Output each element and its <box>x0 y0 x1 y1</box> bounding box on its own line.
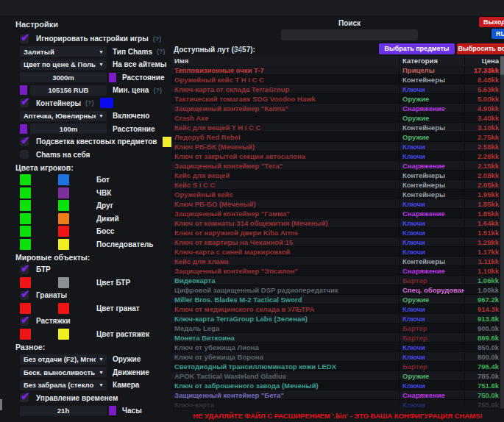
table-row[interactable]: Защищенный контейнер "Эпсилон"Снаряжение… <box>171 266 504 276</box>
color-swatch-primary[interactable] <box>20 187 31 199</box>
table-row[interactable]: Кейс для вещей T H I C CКонтейнеры3.10kk <box>171 123 504 132</box>
search-input[interactable] <box>281 29 418 40</box>
table-row[interactable]: Светодиодный трансиллюминатор кожи LEDXБ… <box>171 362 504 371</box>
table-row[interactable]: Ключ-карта TerraGroup Labs (Зеленая)Ключ… <box>171 314 504 323</box>
config-warning-text: НЕ УДАЛЯЙТЕ ФАЙЛ С РАСШИРЕНИЕМ '.bin' - … <box>193 412 482 420</box>
distance-input[interactable]: 3000m <box>20 72 107 82</box>
tripwires-color-swatch-primary[interactable] <box>20 329 31 340</box>
tripwires-checkbox[interactable] <box>20 317 29 326</box>
item-name: Ключ-карта TerraGroup Labs (Зеленая) <box>171 315 399 323</box>
item-category: Спец. оборудование <box>399 286 464 294</box>
table-row[interactable]: Кейс S I C CКонтейнеры2.05kk <box>171 180 504 190</box>
ignore-game-settings-row: Игнорировать настройки игры (?) <box>20 32 171 46</box>
table-row[interactable]: Crash AxeОружие3.40kk <box>171 113 504 123</box>
self-chams-checkbox[interactable] <box>20 150 29 159</box>
table-row[interactable]: Ключ от заброшенного завода (Меченый)Клю… <box>171 381 504 390</box>
table-row[interactable]: Защищенный контейнер "Гамма"Снаряжение1.… <box>171 209 504 218</box>
item-category: Ключи <box>399 305 464 313</box>
item-name: Светодиодный трансиллюминатор кожи LEDX <box>171 362 399 371</box>
exit-button[interactable]: Выход <box>479 17 504 27</box>
distance-hotkey-swatch[interactable] <box>109 73 116 82</box>
table-row[interactable]: Miller Bros. Blades M-2 Tactical SwordОр… <box>171 295 504 304</box>
color-swatch-primary[interactable] <box>20 226 31 237</box>
chams-type-dropdown[interactable]: Залитый ▼ <box>20 46 107 57</box>
table-row[interactable]: Оружейный кейс T H I C CКонтейнеры8.48kk <box>171 75 504 85</box>
table-row[interactable]: Ключ от комнаты 314 общежития (Меченый)К… <box>171 218 504 228</box>
table-row[interactable]: Кейс для вещейКонтейнеры2.08kk <box>171 171 504 180</box>
color-swatch-primary[interactable] <box>20 174 31 185</box>
color-swatch-primary[interactable] <box>20 200 31 211</box>
color-swatch-secondary[interactable] <box>58 226 69 237</box>
tripwires-color-swatch-secondary[interactable] <box>58 329 69 340</box>
table-row[interactable]: ВидеокартаБартер1.06kk <box>171 276 504 285</box>
loot-table-scrollbar[interactable] <box>500 56 504 409</box>
table-row[interactable]: Защищенный контейнер "Тета"Снаряжение2.1… <box>171 161 504 171</box>
ignore-game-settings-checkbox[interactable] <box>20 35 29 43</box>
color-swatch-secondary[interactable] <box>58 239 69 250</box>
table-row[interactable]: APOK Tactical Wasteland GladiusОружие785… <box>171 371 504 381</box>
color-swatch-primary[interactable] <box>20 213 31 224</box>
table-row[interactable]: Кейс для хламаКонтейнеры1.11kk <box>171 257 504 266</box>
item-category: Ключи <box>399 238 464 246</box>
table-row[interactable]: Ключ-карта от склада TerraGroupКлючи5.63… <box>171 85 504 94</box>
containers-distance-input[interactable]: 100m <box>30 124 107 134</box>
containers-checkbox[interactable] <box>20 99 29 107</box>
time-control-checkbox[interactable] <box>20 393 29 402</box>
table-row[interactable]: Ключ-карта с синей маркировкойКлючи1.17k… <box>171 247 504 257</box>
player-type-label: Бот <box>96 176 110 184</box>
color-swatch-secondary[interactable] <box>58 200 69 211</box>
scrollbar-thumb[interactable] <box>500 56 504 75</box>
color-swatch-secondary[interactable] <box>58 187 69 199</box>
table-row[interactable]: Ключ от квартиры на Чеканной 15Ключи1.29… <box>171 237 504 247</box>
distance-row: 3000m Расстояние <box>20 71 171 85</box>
table-row[interactable]: Защищенный контейнер "Бета"Снаряжение750… <box>171 390 504 400</box>
table-row[interactable]: Монета БиткоинаБартер869.6k <box>171 333 504 343</box>
language-button[interactable]: RU <box>491 29 504 39</box>
table-row[interactable]: Защищенный контейнер "Каппа"Снаряжение4.… <box>171 104 504 113</box>
min-price-input[interactable]: 105156 RUB <box>30 85 107 96</box>
table-row[interactable]: Ледоруб Red RebelОружие2.75kk <box>171 132 504 142</box>
table-row[interactable]: Тепловизионные очки T-7Прицелы17.33kk <box>171 65 504 75</box>
containers-distance-hotkey-swatch[interactable] <box>20 124 27 134</box>
table-row[interactable]: Ключ РБ-БО (Меченый)Ключи1.85kk <box>171 199 504 209</box>
weapon-dropdown[interactable]: Без отдачи (F2), Мгновенное п ▼ <box>20 354 107 365</box>
item-name: Miller Bros. Blades M-2 Tactical Sword <box>171 296 399 304</box>
color-swatch-secondary[interactable] <box>58 213 69 224</box>
item-price: 967.2k <box>464 296 504 304</box>
containers-filter-dropdown[interactable]: Аптечка, Ювелирные и... ▼ <box>20 111 107 121</box>
table-row[interactable]: Ключ РБ-БК (Меченый)Ключи2.58kk <box>171 142 504 151</box>
color-swatch-primary[interactable] <box>20 239 31 250</box>
item-name: Медаль Lega <box>171 324 399 332</box>
quest-items-checkbox[interactable] <box>20 137 29 146</box>
item-category: Оружие <box>399 95 464 103</box>
min-price-hotkey-swatch[interactable] <box>20 85 27 95</box>
grenades-color-swatch-primary[interactable] <box>20 303 31 314</box>
table-row[interactable]: Ключ от убежища ВоронаКлючи800.0k <box>171 352 504 362</box>
select-kappa-items-button[interactable]: Выбрать предметы каппа <box>379 43 455 54</box>
hours-input[interactable]: 21h <box>20 406 107 416</box>
table-row[interactable]: Ключ от медицинского склада в УЛЬТРАКлюч… <box>171 304 504 314</box>
containers-color-swatch[interactable] <box>100 98 113 108</box>
movement-dropdown[interactable]: Беск. выносливость и нет уста: ▼ <box>20 367 107 377</box>
btr-color-swatch-secondary[interactable] <box>58 277 69 288</box>
table-row[interactable]: Ключ от закрытой секции автосалонаКлючи2… <box>171 151 504 161</box>
left-edge-scrollbar[interactable] <box>0 399 2 410</box>
table-row[interactable]: Оружейный кейсКонтейнеры1.95kk <box>171 190 504 199</box>
item-name: Ключ-карта <box>171 401 399 409</box>
items-mode-dropdown[interactable]: Цвет по цене & Пользователь ▼ <box>20 60 107 70</box>
table-row[interactable]: Медаль LegaБартер900.0k <box>171 323 504 333</box>
grenades-color-swatch-secondary[interactable] <box>58 303 69 314</box>
table-row[interactable]: Цифровой защищенный DSP радиопередатчикС… <box>171 285 504 295</box>
camera-dropdown[interactable]: Без забрала (стекло шлема) ▼ <box>20 380 107 390</box>
item-category: Прицелы <box>399 66 464 74</box>
grenades-checkbox[interactable] <box>20 291 29 300</box>
item-price: 800.0k <box>464 353 504 361</box>
table-row[interactable]: Тактический томагавк SOG Voodoo HawkОруж… <box>171 94 504 104</box>
btr-checkbox[interactable] <box>20 265 29 274</box>
color-swatch-secondary[interactable] <box>58 174 69 185</box>
hours-hotkey-swatch[interactable] <box>109 406 116 415</box>
drop-all-button[interactable]: Выбросить все <box>457 43 504 54</box>
table-row[interactable]: Ключ от наружной двери Kiba ArmsКлючи1.5… <box>171 228 504 237</box>
btr-color-swatch-primary[interactable] <box>20 277 31 288</box>
table-row[interactable]: Ключ от убежища ЛионаКлючи850.0k <box>171 343 504 352</box>
